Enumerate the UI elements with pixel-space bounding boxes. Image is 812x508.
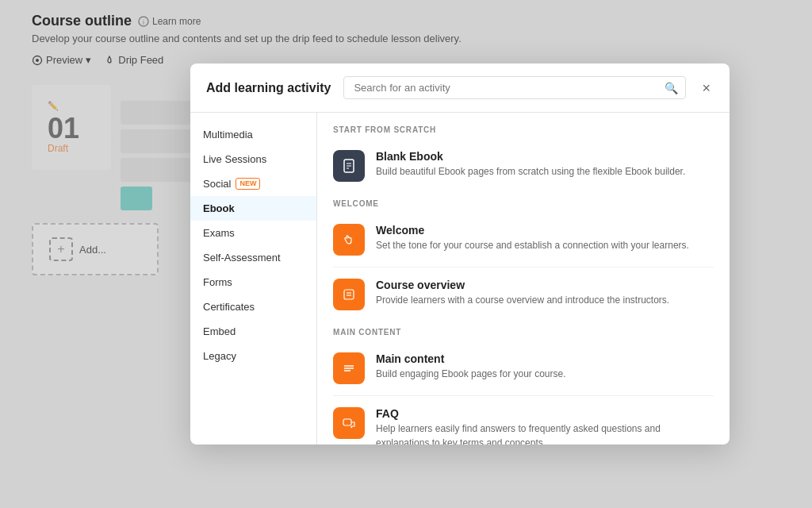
content-section-heading: MAIN CONTENT bbox=[333, 328, 714, 337]
modal-search-container: 🔍 bbox=[343, 76, 686, 99]
svg-rect-8 bbox=[344, 290, 354, 299]
activity-info-welcome: WelcomeSet the tone for your course and … bbox=[376, 224, 714, 252]
blank-ebook-icon bbox=[333, 150, 365, 182]
welcome-icon bbox=[333, 224, 365, 256]
nav-item-multimedia[interactable]: Multimedia bbox=[190, 122, 316, 147]
nav-item-embed[interactable]: Embed bbox=[190, 319, 316, 344]
nav-item-label: Exams bbox=[203, 227, 235, 239]
add-learning-activity-modal: Add learning activity 🔍 × MultimediaLive… bbox=[190, 64, 730, 444]
activity-item-main-content[interactable]: Main contentBuild engaging Ebook pages f… bbox=[333, 344, 714, 392]
section-spacer bbox=[333, 318, 714, 328]
activity-desc-main-content: Build engaging Ebook pages for your cour… bbox=[376, 367, 714, 381]
nav-item-self-assessment[interactable]: Self-Assessment bbox=[190, 245, 316, 270]
activity-item-welcome[interactable]: WelcomeSet the tone for your course and … bbox=[333, 216, 714, 264]
content-divider bbox=[333, 395, 714, 396]
activity-title-faq: FAQ bbox=[376, 407, 714, 420]
nav-item-ebook[interactable]: Ebook bbox=[190, 196, 316, 221]
nav-item-label: Self-Assessment bbox=[203, 252, 281, 264]
nav-item-live-sessions[interactable]: Live Sessions bbox=[190, 147, 316, 171]
nav-item-legacy[interactable]: Legacy bbox=[190, 344, 316, 368]
nav-item-label: Embed bbox=[203, 325, 236, 337]
faq-icon bbox=[333, 407, 365, 439]
nav-item-exams[interactable]: Exams bbox=[190, 221, 316, 245]
content-section-heading: WELCOME bbox=[333, 199, 714, 208]
close-button[interactable]: × bbox=[699, 78, 714, 98]
nav-item-label: Ebook bbox=[203, 202, 235, 214]
modal-title: Add learning activity bbox=[206, 81, 331, 95]
activity-title-blank-ebook: Blank Ebook bbox=[376, 150, 714, 163]
nav-item-label: Live Sessions bbox=[203, 153, 266, 165]
activity-info-main-content: Main contentBuild engaging Ebook pages f… bbox=[376, 352, 714, 381]
nav-item-label: Multimedia bbox=[203, 129, 253, 140]
activity-item-faq[interactable]: FAQHelp learners easily find answers to … bbox=[333, 399, 714, 444]
activity-info-course-overview: Course overviewProvide learners with a c… bbox=[376, 279, 714, 307]
search-input[interactable] bbox=[343, 76, 686, 99]
modal-body: MultimediaLive SessionsSocialNEWEbookExa… bbox=[190, 113, 730, 444]
nav-item-label: Certificates bbox=[203, 301, 255, 313]
nav-item-label: Legacy bbox=[203, 350, 236, 362]
activity-title-welcome: Welcome bbox=[376, 224, 714, 237]
badge-new: NEW bbox=[236, 178, 260, 190]
activity-info-faq: FAQHelp learners easily find answers to … bbox=[376, 407, 714, 444]
activity-title-course-overview: Course overview bbox=[376, 279, 714, 291]
nav-item-label: Forms bbox=[203, 276, 232, 288]
content-section-heading: START FROM SCRATCH bbox=[333, 125, 714, 134]
nav-item-label: Social bbox=[203, 178, 231, 190]
svg-rect-14 bbox=[343, 419, 351, 425]
content-divider bbox=[333, 267, 714, 267]
modal-header: Add learning activity 🔍 × bbox=[190, 64, 730, 113]
activity-title-main-content: Main content bbox=[376, 352, 714, 365]
modal-content-area: START FROM SCRATCHBlank EbookBuild beaut… bbox=[317, 113, 730, 444]
modal-nav: MultimediaLive SessionsSocialNEWEbookExa… bbox=[190, 113, 317, 444]
activity-info-blank-ebook: Blank EbookBuild beautiful Ebook pages f… bbox=[376, 150, 714, 179]
course-overview-icon bbox=[333, 279, 365, 310]
search-icon: 🔍 bbox=[665, 82, 678, 94]
activity-desc-blank-ebook: Build beautiful Ebook pages from scratch… bbox=[376, 164, 714, 179]
activity-item-blank-ebook[interactable]: Blank EbookBuild beautiful Ebook pages f… bbox=[333, 142, 714, 190]
nav-item-social[interactable]: SocialNEW bbox=[190, 171, 316, 196]
activity-desc-faq: Help learners easily find answers to fre… bbox=[376, 421, 714, 444]
section-spacer bbox=[333, 190, 714, 199]
nav-item-certificates[interactable]: Certificates bbox=[190, 294, 316, 319]
activity-desc-course-overview: Provide learners with a course overview … bbox=[376, 293, 714, 307]
nav-item-forms[interactable]: Forms bbox=[190, 270, 316, 294]
main-content-icon bbox=[333, 352, 365, 384]
activity-item-course-overview[interactable]: Course overviewProvide learners with a c… bbox=[333, 271, 714, 318]
activity-desc-welcome: Set the tone for your course and establi… bbox=[376, 238, 714, 252]
